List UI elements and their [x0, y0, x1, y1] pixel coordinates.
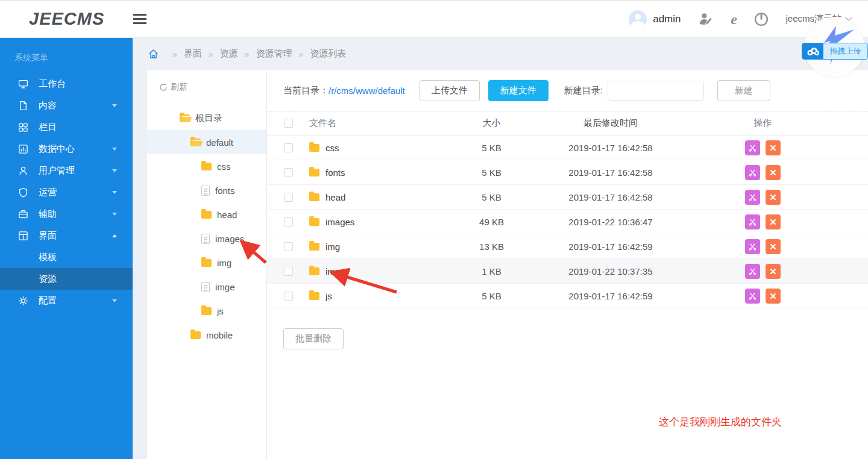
delete-button[interactable]: [766, 165, 781, 180]
tree-node[interactable]: head: [147, 202, 266, 226]
file-name[interactable]: fonts: [326, 167, 345, 178]
row-checkbox[interactable]: [284, 193, 293, 202]
user-edit-icon[interactable]: [699, 12, 713, 27]
sidebar-item[interactable]: 辅助: [0, 203, 133, 225]
sidebar-item-label: 辅助: [39, 208, 112, 220]
refresh-button[interactable]: 刷新: [147, 80, 266, 95]
breadcrumb-separator-icon: »: [172, 49, 177, 59]
home-icon[interactable]: [148, 49, 159, 59]
file-name[interactable]: js: [326, 291, 332, 301]
file-name[interactable]: img: [326, 242, 340, 252]
select-all-checkbox[interactable]: [284, 119, 293, 128]
user-icon: [18, 166, 28, 176]
file-manager-main: 当前目录： /r/cms/www/default 上传文件 新建文件 新建目录:…: [267, 70, 868, 459]
file-name[interactable]: images: [326, 217, 354, 227]
breadcrumb-item[interactable]: 资源列表: [310, 48, 346, 60]
folder-icon: [309, 292, 319, 300]
sidebar-subitem[interactable]: 模板: [0, 246, 133, 268]
sidebar-item[interactable]: 工作台: [0, 73, 133, 95]
tree-node-label: default: [206, 137, 233, 148]
delete-button[interactable]: [766, 214, 781, 230]
sidebar-item[interactable]: 运营: [0, 181, 133, 203]
cut-button[interactable]: [745, 140, 760, 155]
file-table: 文件名 大小 最后修改时间 操作 css 5 KB 2019-01-17 16:…: [267, 111, 868, 308]
document-icon: [18, 101, 28, 111]
file-size: 1 KB: [448, 266, 535, 276]
row-checkbox[interactable]: [284, 267, 293, 276]
file-name[interactable]: head: [326, 192, 345, 202]
sidebar-item[interactable]: 配置: [0, 290, 133, 311]
file-size: 5 KB: [448, 167, 535, 178]
tree-node[interactable]: css: [147, 154, 266, 178]
breadcrumb-separator-icon: »: [245, 49, 250, 59]
table-row: images 49 KB 2019-01-22 10:36:47: [267, 210, 868, 234]
delete-button[interactable]: [766, 190, 781, 205]
cut-button[interactable]: [745, 214, 760, 230]
header-modified: 最后修改时间: [535, 117, 686, 129]
avatar[interactable]: [629, 10, 647, 28]
tree-node[interactable]: fonts: [147, 178, 266, 202]
breadcrumb-item[interactable]: 资源: [220, 48, 238, 60]
file-icon: [201, 234, 210, 244]
delete-button[interactable]: [766, 140, 781, 155]
chevron-down-icon: [112, 148, 117, 151]
row-checkbox[interactable]: [284, 168, 293, 177]
cut-button[interactable]: [745, 190, 760, 205]
cut-button[interactable]: [745, 165, 760, 180]
upload-file-button[interactable]: 上传文件: [420, 80, 480, 101]
ie-browser-icon[interactable]: e: [726, 12, 741, 27]
folder-icon: [201, 307, 212, 315]
cut-button[interactable]: [745, 264, 760, 279]
chevron-down-icon: [112, 191, 117, 194]
tree-node[interactable]: images: [147, 226, 266, 251]
tree-node[interactable]: 根目录: [147, 106, 266, 130]
tree-node[interactable]: default: [147, 130, 266, 154]
cut-button[interactable]: [745, 289, 760, 304]
tree-node-label: mobile: [206, 330, 233, 340]
row-checkbox[interactable]: [284, 292, 293, 301]
sidebar-item[interactable]: 用户管理: [0, 160, 133, 181]
drag-upload-label: 拖拽上传: [823, 43, 867, 59]
sidebar-item[interactable]: 界面: [0, 225, 133, 246]
create-dir-button[interactable]: 新建: [717, 80, 770, 101]
row-checkbox[interactable]: [284, 217, 293, 226]
chevron-down-icon: [112, 104, 117, 107]
chevron-up-icon: [112, 234, 117, 237]
hamburger-icon[interactable]: [133, 18, 146, 20]
drag-upload-badge[interactable]: 拖拽上传: [802, 43, 868, 60]
new-dir-label: 新建目录:: [564, 85, 603, 96]
row-checkbox[interactable]: [284, 143, 293, 152]
sidebar-subitem[interactable]: 资源: [0, 268, 133, 290]
new-dir-input[interactable]: [608, 81, 704, 101]
breadcrumb-separator-icon: »: [209, 49, 213, 59]
header-actions: 操作: [686, 117, 868, 129]
file-name[interactable]: imge: [326, 266, 345, 276]
tree-node[interactable]: imge: [147, 275, 266, 299]
refresh-icon: [159, 83, 168, 92]
cut-button[interactable]: [745, 239, 760, 254]
sidebar-item-label: 数据中心: [39, 143, 112, 155]
sidebar-item[interactable]: 数据中心: [0, 138, 133, 160]
tree-node-label: js: [217, 306, 224, 316]
sidebar-subitem-label: 资源: [39, 273, 133, 285]
power-icon[interactable]: [754, 12, 769, 27]
delete-button[interactable]: [766, 239, 781, 254]
tree-node[interactable]: mobile: [147, 323, 266, 347]
sidebar-item[interactable]: 内容: [0, 95, 133, 116]
delete-button[interactable]: [766, 289, 781, 304]
batch-delete-button[interactable]: 批量删除: [283, 328, 344, 349]
breadcrumb-item[interactable]: 资源管理: [256, 48, 292, 60]
file-modified: 2019-01-17 16:42:58: [535, 192, 686, 202]
tree-node[interactable]: img: [147, 251, 266, 275]
tree-node[interactable]: js: [147, 299, 266, 323]
file-name[interactable]: css: [326, 143, 339, 153]
new-file-button[interactable]: 新建文件: [488, 80, 549, 101]
table-row: head 5 KB 2019-01-17 16:42:58: [267, 185, 868, 210]
breadcrumb-item[interactable]: 界面: [184, 48, 202, 60]
table-row: fonts 5 KB 2019-01-17 16:42:58: [267, 160, 868, 185]
row-checkbox[interactable]: [284, 242, 293, 251]
sidebar-item[interactable]: 栏目: [0, 116, 133, 138]
chart-icon: [18, 144, 28, 154]
current-dir-path[interactable]: /r/cms/www/default: [329, 86, 405, 96]
delete-button[interactable]: [766, 264, 781, 279]
